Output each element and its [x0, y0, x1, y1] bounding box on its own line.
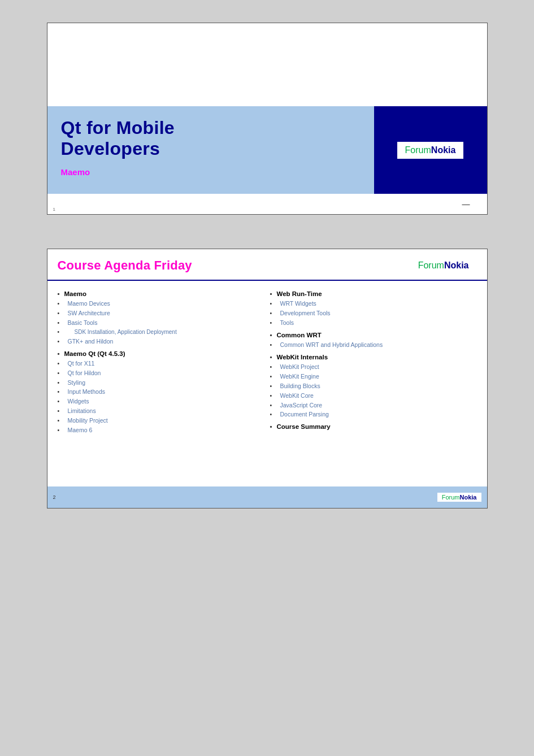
list-item-text: Web Run-Time: [277, 290, 322, 297]
list-item-text: Widgets: [68, 398, 89, 405]
list-item: WebKit Core: [270, 391, 477, 401]
list-item-text: Maemo Qt (Qt 4.5.3): [64, 350, 125, 357]
list-item: Common WRT and Hybrid Applications: [270, 340, 477, 350]
list-item: Qt for Hildon: [58, 368, 264, 378]
list-item: Maemo Devices: [58, 299, 264, 309]
list-item-text: Development Tools: [280, 310, 331, 316]
list-item-text: Common WRT: [277, 332, 322, 338]
list-item: Styling: [58, 378, 264, 388]
list-item-text: JavaScript Core: [280, 402, 323, 409]
list-item: SW Architecture: [58, 309, 264, 318]
slide1-footer: 1 —: [47, 194, 487, 214]
slide2-footer-nokia: Nokia: [460, 494, 477, 501]
list-item: Common WRT: [270, 330, 477, 340]
list-item-text: Maemo: [64, 290, 87, 297]
list-item-text: WebKit Core: [280, 392, 314, 399]
list-item-text: Common WRT and Hybrid Applications: [280, 341, 383, 348]
list-item-text: SDK Installation, Application Deployment: [75, 329, 177, 335]
list-item-text: Limitations: [68, 407, 96, 414]
slide1-top-white: [47, 23, 487, 106]
slide1-title: Qt for Mobile Developers: [61, 118, 361, 159]
list-item: Mobility Project: [58, 416, 264, 425]
list-item: Maemo 6: [58, 425, 264, 435]
list-item: Web Run-Time: [270, 289, 477, 299]
list-item: SDK Installation, Application Deployment: [58, 328, 264, 337]
list-item: WebKit Internals: [270, 352, 477, 362]
list-item: Course Summary: [270, 422, 477, 432]
slide2-page-num: 2: [53, 494, 56, 500]
list-item-text: Basic Tools: [68, 319, 98, 326]
slide1-page-num: 1: [53, 207, 55, 212]
slide2-left-col: MaemoMaemo DevicesSW ArchitectureBasic T…: [58, 286, 264, 481]
list-item: WRT Widgets: [270, 299, 477, 309]
list-item: Development Tools: [270, 309, 477, 318]
slide2-title: Course Agenda Friday: [58, 258, 192, 273]
slide1-dash: —: [462, 199, 470, 208]
slide1-main: Qt for Mobile Developers Maemo Forum Nok…: [47, 106, 487, 194]
forum-label: Forum: [405, 145, 431, 155]
list-item: Tools: [270, 318, 477, 328]
slide1-subtitle: Maemo: [61, 167, 361, 177]
list-item-text: Input Methods: [68, 388, 106, 395]
list-item: Maemo: [58, 289, 264, 299]
list-item-text: WebKit Engine: [280, 373, 319, 380]
right-col-list: Web Run-TimeWRT WidgetsDevelopment Tools…: [270, 289, 477, 432]
slide1-title-block: Qt for Mobile Developers Maemo: [61, 118, 361, 177]
list-item-text: WRT Widgets: [280, 300, 316, 307]
slide-2: Course Agenda Friday Forum Nokia MaemoMa…: [47, 249, 488, 509]
list-item-text: Qt for X11: [68, 360, 95, 367]
list-item-text: Maemo 6: [68, 427, 93, 433]
list-item: WebKit Engine: [270, 372, 477, 381]
slide2-nokia-label: Nokia: [444, 260, 469, 271]
slide1-left-panel: Qt for Mobile Developers Maemo: [47, 106, 374, 194]
list-item: JavaScript Core: [270, 401, 477, 410]
list-item-text: Styling: [68, 379, 86, 386]
list-item-text: GTK+ and Hildon: [68, 338, 114, 345]
slide2-forum-nokia-logo: Forum Nokia: [410, 257, 477, 274]
list-item: Basic Tools: [58, 318, 264, 328]
nokia-label: Nokia: [431, 145, 456, 155]
left-col-list: MaemoMaemo DevicesSW ArchitectureBasic T…: [58, 289, 264, 435]
list-item-text: WebKit Internals: [277, 354, 328, 360]
list-item: GTK+ and Hildon: [58, 337, 264, 346]
list-item: WebKit Project: [270, 362, 477, 372]
list-item-text: Course Summary: [277, 423, 331, 430]
slide2-footer: 2 Forum Nokia: [47, 486, 487, 508]
list-item: Maemo Qt (Qt 4.5.3): [58, 349, 264, 359]
slide2-forum-label: Forum: [418, 260, 444, 271]
list-item: Widgets: [58, 397, 264, 406]
list-item-text: Document Parsing: [280, 411, 329, 418]
slide2-footer-forum: Forum: [442, 494, 460, 501]
list-item: Building Blocks: [270, 381, 477, 391]
list-item-text: Maemo Devices: [68, 300, 110, 307]
list-item-text: Tools: [280, 319, 294, 326]
list-item: Input Methods: [58, 387, 264, 397]
slide2-header: Course Agenda Friday Forum Nokia: [47, 249, 487, 281]
slide2-body: MaemoMaemo DevicesSW ArchitectureBasic T…: [47, 281, 487, 486]
slide2-footer-badge: Forum Nokia: [437, 493, 481, 502]
list-item-text: Mobility Project: [68, 417, 108, 424]
list-item-text: WebKit Project: [280, 363, 319, 370]
list-item: Limitations: [58, 406, 264, 416]
forum-nokia-logo: Forum Nokia: [397, 142, 464, 159]
list-item: Document Parsing: [270, 410, 477, 419]
list-item-text: Qt for Hildon: [68, 370, 101, 376]
slide2-right-col: Web Run-TimeWRT WidgetsDevelopment Tools…: [270, 286, 477, 481]
list-item-text: Building Blocks: [280, 383, 320, 389]
list-item: Qt for X11: [58, 359, 264, 368]
list-item-text: SW Architecture: [68, 310, 110, 316]
slide-1: Qt for Mobile Developers Maemo Forum Nok…: [47, 23, 488, 215]
slide1-right-panel: Forum Nokia: [374, 106, 487, 194]
